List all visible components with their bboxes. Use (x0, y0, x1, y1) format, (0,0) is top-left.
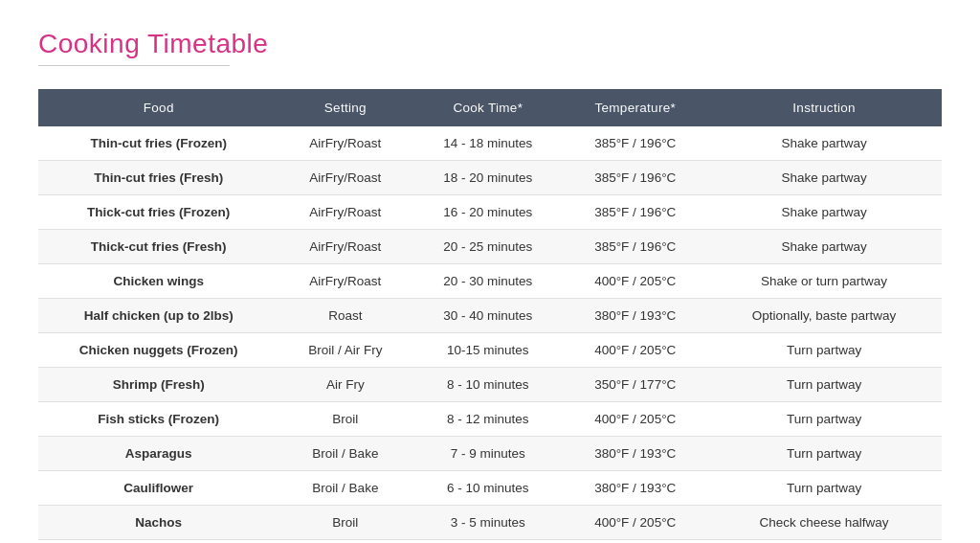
header-row: FoodSettingCook Time*Temperature*Instruc… (38, 89, 942, 126)
cook-time: 8 - 12 minutes (412, 402, 564, 437)
instruction: Check cheese halfway (706, 506, 942, 540)
cooking-timetable: FoodSettingCook Time*Temperature*Instruc… (38, 89, 942, 543)
column-header: Instruction (706, 89, 942, 126)
food-name: Nachos (38, 506, 278, 540)
food-name: Thick-cut fries (Fresh) (38, 230, 278, 264)
instruction: Turn partway (706, 402, 942, 437)
table-row: CakeBake25 - 35 minutes365°F / 185°CUse … (38, 540, 942, 544)
table-row: Chicken wingsAirFry/Roast20 - 30 minutes… (38, 264, 942, 299)
setting: AirFry/Roast (278, 195, 412, 230)
setting: Bake (278, 540, 412, 544)
cook-time: 18 - 20 minutes (412, 161, 564, 195)
temperature: 385°F / 196°C (564, 161, 706, 195)
instruction: Turn partway (706, 333, 942, 368)
setting: AirFry/Roast (278, 126, 412, 161)
setting: Broil (278, 402, 412, 437)
setting: AirFry/Roast (278, 264, 412, 299)
table-row: CauliflowerBroil / Bake6 - 10 minutes380… (38, 471, 942, 506)
food-name: Cake (38, 540, 278, 544)
instruction: Shake partway (706, 230, 942, 264)
setting: Air Fry (278, 368, 412, 402)
temperature: 380°F / 193°C (564, 471, 706, 506)
food-name: Fish sticks (Frozen) (38, 402, 278, 437)
table-row: Thick-cut fries (Frozen)AirFry/Roast16 -… (38, 195, 942, 230)
table-row: Half chicken (up to 2lbs)Roast30 - 40 mi… (38, 299, 942, 333)
setting: Broil / Bake (278, 471, 412, 506)
temperature: 350°F / 177°C (564, 368, 706, 402)
setting: AirFry/Roast (278, 161, 412, 195)
column-header: Food (38, 89, 278, 126)
column-header: Setting (278, 89, 412, 126)
temperature: 400°F / 205°C (564, 264, 706, 299)
food-name: Cauliflower (38, 471, 278, 506)
table-header: FoodSettingCook Time*Temperature*Instruc… (38, 89, 942, 126)
food-name: Chicken wings (38, 264, 278, 299)
instruction: Shake partway (706, 195, 942, 230)
setting: AirFry/Roast (278, 230, 412, 264)
cook-time: 3 - 5 minutes (412, 506, 564, 540)
cook-time: 25 - 35 minutes (412, 540, 564, 544)
food-name: Half chicken (up to 2lbs) (38, 299, 278, 333)
cook-time: 20 - 30 minutes (412, 264, 564, 299)
instruction: Optionally, baste partway (706, 299, 942, 333)
food-name: Asparagus (38, 437, 278, 471)
table-body: Thin-cut fries (Frozen)AirFry/Roast14 - … (38, 126, 942, 543)
temperature: 400°F / 205°C (564, 402, 706, 437)
temperature: 365°F / 185°C (564, 540, 706, 544)
temperature: 380°F / 193°C (564, 299, 706, 333)
title-text: Cooking Timetable (38, 29, 942, 59)
instruction: Use a springform cake pan (706, 540, 942, 544)
table-row: Thin-cut fries (Fresh)AirFry/Roast18 - 2… (38, 161, 942, 195)
cook-time: 6 - 10 minutes (412, 471, 564, 506)
column-header: Temperature* (564, 89, 706, 126)
instruction: Shake or turn partway (706, 264, 942, 299)
temperature: 400°F / 205°C (564, 506, 706, 540)
cook-time: 14 - 18 minutes (412, 126, 564, 161)
page-title: Cooking Timetable (38, 29, 942, 66)
food-name: Thick-cut fries (Frozen) (38, 195, 278, 230)
table-row: AsparagusBroil / Bake7 - 9 minutes380°F … (38, 437, 942, 471)
cook-time: 10-15 minutes (412, 333, 564, 368)
cook-time: 7 - 9 minutes (412, 437, 564, 471)
food-name: Shrimp (Fresh) (38, 368, 278, 402)
food-name: Chicken nuggets (Frozen) (38, 333, 278, 368)
setting: Broil / Bake (278, 437, 412, 471)
column-header: Cook Time* (412, 89, 564, 126)
temperature: 400°F / 205°C (564, 333, 706, 368)
setting: Broil (278, 506, 412, 540)
cook-time: 20 - 25 minutes (412, 230, 564, 264)
temperature: 385°F / 196°C (564, 230, 706, 264)
temperature: 380°F / 193°C (564, 437, 706, 471)
instruction: Turn partway (706, 368, 942, 402)
setting: Roast (278, 299, 412, 333)
instruction: Turn partway (706, 437, 942, 471)
cook-time: 30 - 40 minutes (412, 299, 564, 333)
title-divider (38, 65, 230, 66)
cook-time: 8 - 10 minutes (412, 368, 564, 402)
table-row: Thin-cut fries (Frozen)AirFry/Roast14 - … (38, 126, 942, 161)
table-row: NachosBroil3 - 5 minutes400°F / 205°CChe… (38, 506, 942, 540)
instruction: Shake partway (706, 126, 942, 161)
table-row: Fish sticks (Frozen)Broil8 - 12 minutes4… (38, 402, 942, 437)
instruction: Turn partway (706, 471, 942, 506)
setting: Broil / Air Fry (278, 333, 412, 368)
food-name: Thin-cut fries (Fresh) (38, 161, 278, 195)
table-row: Chicken nuggets (Frozen)Broil / Air Fry1… (38, 333, 942, 368)
temperature: 385°F / 196°C (564, 195, 706, 230)
temperature: 385°F / 196°C (564, 126, 706, 161)
food-name: Thin-cut fries (Frozen) (38, 126, 278, 161)
table-row: Shrimp (Fresh)Air Fry8 - 10 minutes350°F… (38, 368, 942, 402)
instruction: Shake partway (706, 161, 942, 195)
cook-time: 16 - 20 minutes (412, 195, 564, 230)
table-row: Thick-cut fries (Fresh)AirFry/Roast20 - … (38, 230, 942, 264)
